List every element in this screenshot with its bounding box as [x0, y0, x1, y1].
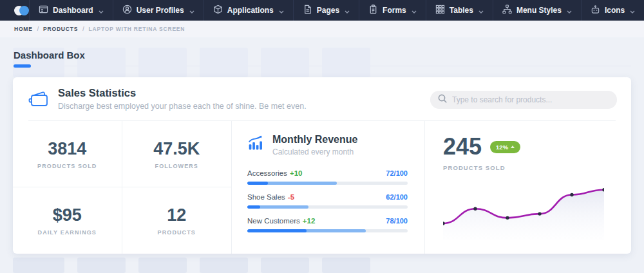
skeleton-block	[322, 258, 370, 273]
nav-item-pages[interactable]: Pages	[294, 0, 359, 21]
top-navbar: Dashboard User Profiles Applications Pag…	[0, 0, 644, 21]
nav-item-user-profiles[interactable]: User Profiles	[113, 0, 204, 21]
nav-item-menu-styles[interactable]: Menu Styles	[493, 0, 582, 21]
stats-grid: 3814 PRODUCTS SOLD 47.5K FOLLOWERS $95 D…	[13, 121, 232, 254]
delta-badge: +12	[303, 217, 316, 225]
stat-label: PRODUCTS	[158, 229, 196, 236]
nav-label: User Profiles	[137, 6, 184, 15]
nav-item-applications[interactable]: Applications	[204, 0, 294, 21]
arrow-up-icon	[511, 146, 515, 148]
nav-label: Icons	[605, 6, 625, 15]
stat-value: 47.5K	[153, 139, 200, 159]
products-sold-section: 245 12% PRODUCTS SOLD	[425, 121, 631, 254]
breadcrumb-separator: /	[37, 26, 39, 32]
user-circle-icon	[122, 5, 132, 17]
stat-value: 12	[167, 205, 186, 225]
progress-value: 62/100	[386, 193, 408, 201]
delta-badge: -5	[288, 193, 294, 201]
main-menu: Dashboard User Profiles Applications Pag…	[29, 0, 644, 21]
skeleton-block	[77, 258, 126, 273]
delta-badge: +10	[290, 169, 303, 177]
skeleton-block	[138, 258, 187, 273]
chevron-down-icon	[345, 5, 350, 16]
nav-label: Forms	[383, 6, 406, 15]
progress-bar	[247, 205, 408, 209]
stat-value: 3814	[48, 139, 86, 159]
chevron-down-icon	[412, 5, 417, 16]
skeleton-block	[200, 258, 248, 273]
products-sold-chart	[443, 185, 604, 240]
stat-daily-earnings: $95 DAILY EARNINGS	[13, 187, 122, 254]
growth-percent: 12%	[496, 144, 508, 151]
progress-label: Accessories+10	[247, 169, 303, 177]
progress-value: 78/100	[386, 217, 408, 225]
card-header: Sales Statistics Discharge best employed…	[13, 77, 631, 121]
breadcrumb-separator: /	[82, 26, 84, 32]
stat-label: DAILY EARNINGS	[38, 229, 97, 236]
progress-label: New Customers+12	[247, 217, 315, 225]
clipboard-icon	[368, 5, 378, 17]
package-box-icon	[213, 5, 223, 17]
title-accent-bar	[14, 64, 31, 68]
progress-row-shoe-sales: Shoe Sales-5 62/100	[247, 193, 408, 209]
skeleton-block	[322, 48, 370, 77]
skeleton-block	[261, 48, 309, 77]
skeleton-block	[138, 48, 187, 77]
chevron-down-icon	[189, 5, 194, 16]
card-title: Sales Statistics	[58, 87, 136, 99]
progress-value: 72/100	[386, 169, 408, 177]
page-document-icon	[303, 5, 312, 17]
robot-icon	[591, 5, 600, 17]
skeleton-block	[13, 258, 64, 273]
breadcrumb-products[interactable]: PRODUCTS	[43, 26, 78, 32]
logo-circle-blue	[19, 6, 29, 15]
sales-statistics-card: Sales Statistics Discharge best employed…	[13, 77, 631, 254]
monthly-revenue-section: Monthly Revenue Calculated every month A…	[232, 121, 425, 254]
progress-bar	[247, 182, 408, 185]
breadcrumb: HOME / PRODUCTS / LAPTOP WITH RETINA SCR…	[0, 21, 644, 37]
progress-label: Shoe Sales-5	[247, 193, 294, 201]
nav-item-tables[interactable]: Tables	[426, 0, 493, 21]
nav-item-icons[interactable]: Icons	[582, 0, 644, 21]
dashboard-window-icon	[39, 5, 48, 17]
progress-row-new-customers: New Customers+12 78/100	[247, 217, 408, 232]
skeleton-block	[200, 48, 248, 77]
chevron-down-icon	[478, 5, 484, 16]
monthly-revenue-subtitle: Calculated every month	[272, 147, 357, 156]
card-subtitle: Discharge best employed your phase each …	[58, 102, 307, 111]
progress-row-accessories: Accessories+10 72/100	[247, 169, 408, 185]
search-icon	[438, 94, 447, 106]
nav-item-dashboard[interactable]: Dashboard	[30, 0, 113, 21]
sitemap-icon	[502, 5, 512, 17]
nav-label: Pages	[317, 6, 339, 15]
bar-chart-trend-icon	[247, 134, 264, 156]
stat-products: 12 PRODUCTS	[122, 187, 232, 254]
chevron-down-icon	[630, 5, 635, 16]
wallet-icon	[28, 88, 50, 113]
stat-label: PRODUCTS SOLD	[37, 163, 97, 169]
products-sold-value: 245	[443, 135, 482, 158]
stat-value: $95	[53, 205, 82, 225]
product-search[interactable]	[430, 91, 617, 109]
page-title: Dashboard Box	[14, 50, 85, 61]
chevron-down-icon	[567, 5, 572, 16]
stat-label: FOLLOWERS	[155, 163, 198, 169]
products-sold-label: PRODUCTS SOLD	[443, 164, 631, 171]
app-logo[interactable]	[14, 6, 29, 15]
stat-products-sold: 3814 PRODUCTS SOLD	[13, 121, 122, 187]
stat-followers: 47.5K FOLLOWERS	[122, 121, 232, 187]
monthly-revenue-title: Monthly Revenue	[272, 134, 357, 146]
grid-icon	[435, 5, 445, 17]
search-input[interactable]	[452, 95, 609, 104]
progress-bar	[247, 229, 408, 232]
nav-label: Applications	[227, 6, 274, 15]
nav-label: Menu Styles	[516, 6, 562, 15]
chevron-down-icon	[279, 5, 284, 16]
nav-item-forms[interactable]: Forms	[359, 0, 426, 21]
skeleton-block	[261, 258, 309, 273]
nav-label: Dashboard	[53, 6, 93, 15]
breadcrumb-home[interactable]: HOME	[14, 26, 33, 32]
growth-badge: 12%	[490, 141, 520, 153]
chevron-down-icon	[99, 5, 104, 16]
nav-label: Tables	[450, 6, 473, 15]
